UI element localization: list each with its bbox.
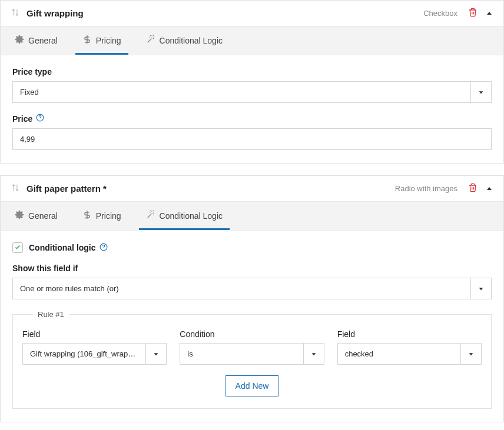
- price-label: Price: [12, 114, 492, 124]
- rule-row: Field Gift wrapping (106_gift_wrappi... …: [22, 329, 482, 365]
- select-value: One or more rules match (or): [13, 278, 470, 299]
- dollar-icon: [82, 210, 92, 221]
- tab-label: General: [28, 211, 58, 221]
- gear-icon: [15, 35, 24, 46]
- rule-col-field: Field Gift wrapping (106_gift_wrappi...: [22, 329, 167, 365]
- rule-legend: Rule #1: [33, 310, 69, 319]
- show-if-label: Show this field if: [12, 264, 492, 273]
- tab-label: Pricing: [96, 36, 121, 45]
- drag-handle-icon[interactable]: [11, 8, 19, 18]
- conditional-logic-checkbox[interactable]: [12, 242, 23, 253]
- tab-pricing[interactable]: Pricing: [75, 202, 128, 230]
- price-input[interactable]: [12, 128, 492, 150]
- show-if-select[interactable]: One or more rules match (or): [12, 278, 492, 299]
- rule-condition-label: Condition: [180, 329, 324, 339]
- tab-label: Conditional Logic: [160, 36, 223, 45]
- wand-icon: [146, 35, 155, 46]
- panel-header: Gift paper pattern * Radio with images: [1, 176, 503, 201]
- rule-condition-select[interactable]: is: [180, 343, 324, 365]
- tab-label: General: [28, 36, 58, 45]
- rule-field-label: Field: [22, 329, 167, 339]
- panel-type-label: Radio with images: [395, 184, 457, 193]
- tab-conditional-logic[interactable]: Conditional Logic: [139, 202, 230, 230]
- tab-pricing[interactable]: Pricing: [75, 26, 128, 55]
- tab-general[interactable]: General: [8, 26, 65, 55]
- drag-handle-icon[interactable]: [11, 184, 19, 194]
- chevron-down-icon: [145, 344, 166, 364]
- price-type-select[interactable]: Fixed: [12, 81, 492, 103]
- checkbox-label: Conditional logic: [29, 243, 96, 252]
- collapse-icon[interactable]: [486, 9, 493, 18]
- dollar-icon: [82, 35, 92, 46]
- wand-icon: [146, 210, 155, 221]
- help-icon[interactable]: [100, 243, 108, 253]
- tabs: General Pricing Conditional Logic: [1, 26, 503, 55]
- delete-button[interactable]: [468, 8, 478, 19]
- select-value: checked: [338, 344, 460, 364]
- panel-gift-wrapping: Gift wrapping Checkbox General Pricing C…: [0, 0, 504, 164]
- conditional-logic-toggle: Conditional logic: [12, 242, 492, 253]
- help-icon[interactable]: [36, 114, 44, 124]
- tab-label: Conditional Logic: [160, 211, 223, 221]
- select-value: Fixed: [13, 82, 470, 102]
- delete-button[interactable]: [468, 183, 478, 194]
- add-rule-button[interactable]: Add New: [226, 375, 279, 396]
- chevron-down-icon: [303, 344, 324, 364]
- chevron-down-icon: [460, 344, 481, 364]
- rule-col-value: Field checked: [337, 329, 482, 365]
- check-icon: [14, 243, 21, 252]
- gear-icon: [15, 210, 24, 221]
- panel-title: Gift wrapping: [26, 8, 423, 18]
- price-type-label: Price type: [12, 67, 492, 76]
- select-value: Gift wrapping (106_gift_wrappi...: [23, 344, 145, 364]
- panel-header: Gift wrapping Checkbox: [1, 1, 503, 26]
- panel-gift-paper-pattern: Gift paper pattern * Radio with images G…: [0, 175, 504, 422]
- rule-col-condition: Condition is: [180, 329, 324, 365]
- chevron-down-icon: [470, 278, 491, 299]
- chevron-down-icon: [470, 82, 491, 102]
- panel-body: Conditional logic Show this field if One…: [1, 231, 503, 422]
- collapse-icon[interactable]: [486, 184, 493, 194]
- rule-field-select[interactable]: Gift wrapping (106_gift_wrappi...: [22, 343, 167, 365]
- tab-conditional-logic[interactable]: Conditional Logic: [139, 26, 230, 55]
- select-value: is: [180, 344, 303, 364]
- rule-value-select[interactable]: checked: [337, 343, 482, 365]
- tab-label: Pricing: [96, 211, 121, 221]
- tabs: General Pricing Conditional Logic: [1, 201, 503, 231]
- panel-type-label: Checkbox: [423, 9, 457, 18]
- rule-value-label: Field: [337, 329, 482, 339]
- rule-fieldset: Rule #1 Field Gift wrapping (106_gift_wr…: [12, 310, 492, 409]
- panel-title: Gift paper pattern *: [26, 184, 395, 194]
- tab-general[interactable]: General: [8, 202, 65, 230]
- panel-body: Price type Fixed Price: [1, 55, 503, 163]
